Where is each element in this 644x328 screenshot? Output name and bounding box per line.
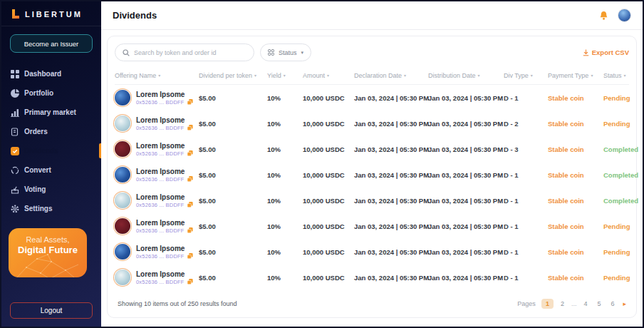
offering-cell: Lorem Ipsome0x52636 ... BDDFF [115, 116, 199, 131]
copy-icon[interactable] [187, 202, 193, 207]
offering-name: Lorem Ipsome [136, 91, 193, 98]
logout-button[interactable]: Logout [10, 302, 93, 319]
distribution-date: Jan 03, 2024 | 05:30 PM [428, 248, 504, 256]
offering-cell: Lorem Ipsome0x52636 ... BDDFF [115, 244, 199, 260]
distribution-date: Jan 03, 2024 | 05:30 PM [428, 197, 504, 205]
copy-icon[interactable] [187, 227, 193, 233]
logo: LIBERTUM [1, 1, 101, 26]
sidebar-item-dashboard[interactable]: Dashboard [1, 64, 101, 83]
user-avatar[interactable] [618, 9, 631, 22]
status-filter-dropdown[interactable]: Status ▾ [260, 43, 311, 61]
copy-icon[interactable] [187, 125, 193, 130]
export-csv-button[interactable]: Export CSV [583, 48, 629, 56]
download-icon [583, 49, 589, 56]
div-type: D - 2 [504, 120, 548, 128]
brand-wordmark: LIBERTUM [25, 10, 83, 19]
copy-icon[interactable] [187, 279, 193, 285]
sidebar-item-label: Portfolio [24, 89, 53, 97]
sidebar-item-voting[interactable]: Voting [1, 180, 101, 199]
table-row[interactable]: Lorem Ipsome0x52636 ... BDDFF$5.0010%10,… [115, 136, 629, 162]
page-button-2[interactable]: 2 [558, 299, 567, 309]
div-type: D - 1 [504, 197, 548, 205]
sidebar-item-convert[interactable]: Convert [1, 160, 101, 180]
table-body: Lorem Ipsome0x52636 ... BDDFF$5.0010%10,… [115, 85, 629, 290]
status-badge: Completed [603, 171, 638, 179]
table-row[interactable]: Lorem Ipsome0x52636 ... BDDFF$5.0010%10,… [115, 239, 629, 265]
offering-cell: Lorem Ipsome0x52636 ... BDDFF [115, 141, 199, 157]
offering-name: Lorem Ipsome [136, 193, 193, 201]
token-address: 0x52636 ... BDDFF [136, 150, 185, 157]
bar-chart-icon [10, 108, 19, 117]
results-summary: Showing 10 items out of 250 results foun… [118, 300, 237, 307]
sidebar-item-dividends[interactable]: Dividends [1, 141, 101, 160]
network-mesh-graphic [9, 252, 87, 277]
page-button-1[interactable]: 1 [541, 299, 554, 309]
sidebar-item-label: Primary market [24, 108, 76, 116]
yield-value: 10% [267, 120, 303, 128]
payment-type: Stable coin [548, 274, 603, 282]
topbar: Dividends [101, 1, 643, 30]
yield-value: 10% [267, 171, 303, 179]
declaration-date: Jan 03, 2024 | 05:30 PM [354, 94, 428, 102]
table-row[interactable]: Lorem Ipsome0x52636 ... BDDFF$5.0010%10,… [115, 265, 629, 290]
status-grid-icon [268, 49, 274, 56]
sidebar-item-label: Dividends [24, 147, 58, 155]
column-header-status[interactable]: Status [603, 72, 629, 79]
portfolio-pie-icon [10, 88, 19, 98]
dividends-card: Status ▾ Export CSV Offering NameDividen… [107, 36, 637, 318]
copy-icon[interactable] [187, 99, 193, 105]
distribution-date: Jan 03, 2024 | 05:30 PM [428, 94, 504, 102]
dividend-per-token: $5.00 [199, 145, 267, 153]
column-header-amount[interactable]: Amount [303, 72, 354, 79]
offering-cell: Lorem Ipsome0x52636 ... BDDFF [115, 193, 199, 208]
offering-cell: Lorem Ipsome0x52636 ... BDDFF [115, 90, 199, 106]
yield-value: 10% [267, 274, 303, 282]
token-avatar [115, 167, 130, 183]
sidebar-item-label: Orders [24, 128, 48, 135]
status-badge: Pending [603, 120, 630, 128]
search-input[interactable] [134, 49, 246, 56]
yield-value: 10% [267, 197, 303, 205]
token-address: 0x52636 ... BDDFF [136, 99, 185, 106]
table-row[interactable]: Lorem Ipsome0x52636 ... BDDFF$5.0010%10,… [115, 213, 629, 239]
copy-icon[interactable] [187, 253, 193, 259]
sidebar-item-orders[interactable]: Orders [1, 122, 101, 141]
sidebar-item-primary-market[interactable]: Primary market [1, 103, 101, 122]
column-header-div-type[interactable]: Div Type [504, 72, 548, 79]
pagination: Pages 12...456 ▸ [517, 299, 626, 309]
sidebar-item-portfolio[interactable]: Portfolio [1, 83, 101, 103]
sidebar-item-label: Voting [24, 185, 46, 193]
table-row[interactable]: Lorem Ipsome0x52636 ... BDDFF$5.0010%10,… [115, 188, 629, 213]
dividend-per-token: $5.00 [199, 197, 267, 205]
column-header-distribution-date[interactable]: Distribution Date [428, 72, 504, 79]
status-badge: Completed [603, 145, 638, 153]
table-row[interactable]: Lorem Ipsome0x52636 ... BDDFF$5.0010%10,… [115, 162, 629, 188]
column-header-dividend-per-token[interactable]: Dividend per token [199, 72, 267, 79]
page-button-6[interactable]: 6 [608, 299, 617, 309]
amount-value: 10,000 USDC [303, 171, 354, 179]
column-header-offering-name[interactable]: Offering Name [115, 72, 199, 79]
toolbar: Status ▾ Export CSV [115, 43, 629, 61]
table-row[interactable]: Lorem Ipsome0x52636 ... BDDFF$5.0010%10,… [115, 85, 629, 111]
sidebar-item-settings[interactable]: Settings [1, 199, 101, 218]
next-page-button[interactable]: ▸ [623, 300, 626, 307]
column-header-yield[interactable]: Yield [267, 72, 303, 79]
copy-icon[interactable] [187, 150, 193, 156]
page-button-4[interactable]: 4 [581, 299, 590, 309]
search-box[interactable] [115, 43, 254, 61]
dividends-badge-icon [10, 146, 19, 155]
sidebar-menu: Dashboard Portfolio Primary market Order… [1, 64, 101, 218]
token-avatar [115, 141, 130, 157]
column-header-payment-type[interactable]: Payment Type [548, 72, 603, 79]
distribution-date: Jan 03, 2024 | 05:30 PM [428, 222, 504, 230]
become-an-issuer-button[interactable]: Become an Issuer [10, 34, 93, 53]
copy-icon[interactable] [187, 176, 193, 182]
payment-type: Stable coin [548, 248, 603, 256]
page-button-5[interactable]: 5 [594, 299, 603, 309]
column-header-declaration-date[interactable]: Declaration Date [354, 72, 428, 79]
status-badge: Pending [603, 248, 630, 256]
table-row[interactable]: Lorem Ipsome0x52636 ... BDDFF$5.0010%10,… [115, 111, 629, 136]
token-avatar [115, 90, 130, 106]
notification-bell-icon[interactable] [599, 11, 608, 21]
div-type: D - 1 [504, 171, 548, 179]
